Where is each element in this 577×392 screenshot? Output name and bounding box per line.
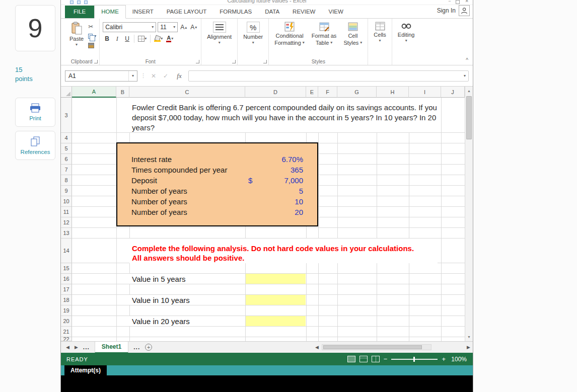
alignment-button[interactable]: Alignment ▾ [204,20,234,57]
conditional-formatting-arrow[interactable]: ▾ [303,41,305,45]
increase-font-button[interactable]: A▴ [179,23,188,32]
new-sheet-button[interactable]: + [145,344,152,351]
hscroll-left-button[interactable]: ◀ [315,345,319,350]
tab-view[interactable]: VIEW [322,6,349,18]
row-header-10[interactable]: 10 [61,196,72,207]
cell-value-5-years-label[interactable]: Value in 5 years [129,274,245,284]
borders-dropdown-arrow[interactable]: ▾ [145,37,147,41]
assumptions-box[interactable]: Interest rate 6.70% Times compounded per… [116,142,318,226]
font-color-button[interactable]: A▾ [165,34,174,43]
answer-cell-10-years[interactable] [246,295,306,305]
name-box-dropdown[interactable]: ▾ [128,71,137,81]
input-row-years-20[interactable]: Number of years 20 [117,207,317,217]
enter-button[interactable]: ✓ [161,72,170,80]
zoom-in-button[interactable]: + [442,356,446,362]
row-header-20[interactable]: 20 [61,316,72,327]
zoom-out-button[interactable]: − [384,356,388,362]
col-header-f[interactable]: F [318,87,337,98]
select-all-corner[interactable] [61,87,72,98]
row-header-12[interactable]: 12 [61,217,72,228]
font-color-dropdown-arrow[interactable]: ▾ [171,37,173,41]
tab-review[interactable]: REVIEW [286,6,322,18]
cell-styles-button[interactable]: Cell Styles▾ [341,20,365,57]
row-header-3[interactable]: 3 [61,98,72,133]
font-size-dropdown-arrow[interactable]: ▾ [173,25,175,29]
tab-page-layout[interactable]: PAGE LAYOUT [160,6,213,18]
row-header-14[interactable]: 14 [61,239,72,263]
col-header-b[interactable]: B [116,87,129,98]
sheet-next-button[interactable]: ▶ [75,345,78,350]
alignment-dialog-launcher[interactable] [232,60,236,63]
cell-question-text[interactable]: Fowler Credit Bank is offering 6.7 perce… [129,98,441,132]
print-button[interactable]: Print [15,98,55,127]
sheet-prev-button[interactable]: ◀ [66,345,69,350]
col-header-i[interactable]: I [409,87,441,98]
format-as-table-arrow[interactable]: ▾ [330,41,332,45]
bold-button[interactable]: B [103,34,111,43]
tab-home[interactable]: HOME [94,5,126,19]
row-header-21[interactable]: 21 [61,327,72,337]
format-painter-button[interactable] [88,42,96,49]
formula-bar-expand-arrow[interactable]: ▾ [464,74,466,78]
font-size-select[interactable]: 11 ▾ [158,22,178,32]
horizontal-scrollbar[interactable] [322,344,431,350]
cell-styles-arrow[interactable]: ▾ [360,41,362,45]
input-row-years-5[interactable]: Number of years 5 [117,186,317,196]
insert-function-button[interactable]: fx [173,72,185,80]
scroll-up-button[interactable]: ▲ [465,87,473,95]
references-button[interactable]: References [15,131,55,160]
paste-dropdown-arrow[interactable]: ▾ [76,43,78,47]
fill-color-dropdown-arrow[interactable]: ▾ [161,37,163,41]
row-header-5[interactable]: 5 [61,143,72,154]
tab-formulas[interactable]: FORMULAS [213,6,258,18]
col-header-c[interactable]: C [129,87,245,98]
row-header-6[interactable]: 6 [61,154,72,165]
col-header-e[interactable]: E [306,87,318,98]
row-header-15[interactable]: 15 [61,263,72,274]
cell-value-20-years-label[interactable]: Value in 20 years [129,316,245,326]
row-header-4[interactable]: 4 [61,133,72,143]
row-header-16[interactable]: 16 [61,274,72,284]
editing-button[interactable]: Editing ▾ [395,20,417,57]
grid-cells[interactable]: Fowler Credit Bank is offering 6.7 perce… [72,98,465,341]
view-page-break-button[interactable] [372,356,380,362]
row-header-13[interactable]: 13 [61,228,72,239]
font-dialog-launcher[interactable] [196,60,199,63]
col-header-a[interactable]: A [72,87,116,98]
input-row-years-10[interactable]: Number of years 10 [117,196,317,207]
cell-instructions[interactable]: Complete the following analysis. Do not … [129,239,438,263]
formula-input[interactable]: ▾ [188,70,469,82]
sheet-list-right[interactable]: ... [133,344,140,351]
vertical-scrollbar-thumb[interactable] [466,96,472,139]
conditional-formatting-button[interactable]: Conditional Formatting▾ [272,20,307,57]
decrease-font-button[interactable]: A▾ [189,23,198,32]
italic-button[interactable]: I [113,34,121,43]
collapse-ribbon-button[interactable]: ^ [466,57,468,63]
alignment-dropdown-arrow[interactable]: ▾ [219,41,221,45]
sign-in-button[interactable]: Sign In [437,5,473,18]
borders-button[interactable]: ▾ [137,34,148,43]
input-row-deposit[interactable]: Deposit $ 7,000 [117,175,317,186]
row-header-22[interactable]: 22 [61,337,72,341]
minimize-button[interactable]: − [448,0,451,4]
row-header-11[interactable]: 11 [61,207,72,217]
tab-insert[interactable]: INSERT [126,6,160,18]
clipboard-dialog-launcher[interactable] [94,60,98,63]
sheet-tab-sheet1[interactable]: Sheet1 [95,342,128,353]
zoom-slider[interactable] [391,359,438,360]
hscroll-right-button[interactable]: ▶ [467,345,470,350]
cut-button[interactable]: ✂ [88,23,96,30]
view-normal-button[interactable] [347,356,355,362]
input-row-interest-rate[interactable]: Interest rate 6.70% [117,154,317,165]
sheet-list-left[interactable]: ... [83,344,90,351]
tab-data[interactable]: DATA [258,6,286,18]
underline-button[interactable]: U [123,34,131,43]
number-dropdown-arrow[interactable]: ▾ [252,41,254,45]
cells-dropdown-arrow[interactable]: ▾ [379,39,381,43]
row-header-9[interactable]: 9 [61,186,72,196]
vertical-scrollbar[interactable]: ▲ ▼ [465,87,473,341]
close-button[interactable]: ✕ [465,0,469,4]
row-header-17[interactable]: 17 [61,284,72,295]
maximize-button[interactable] [456,0,460,4]
cells-button[interactable]: Cells ▾ [371,20,388,57]
